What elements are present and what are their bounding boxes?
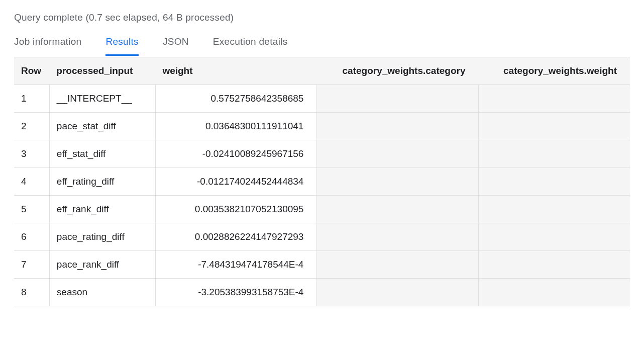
header-category-weights-category: category_weights.category — [317, 57, 479, 85]
cell-category-weights-weight — [479, 196, 630, 223]
cell-category-weights-category — [317, 196, 479, 223]
header-weight: weight — [155, 57, 317, 85]
table-row: 3eff_stat_diff-0.02410089245967156 — [14, 140, 630, 168]
cell-row: 6 — [14, 223, 49, 251]
cell-weight: 0.0035382107052130095 — [155, 196, 317, 223]
cell-category-weights-weight — [479, 223, 630, 251]
cell-row: 5 — [14, 196, 49, 223]
cell-processed-input: eff_rank_diff — [49, 196, 155, 223]
table-row: 5eff_rank_diff0.0035382107052130095 — [14, 196, 630, 223]
cell-category-weights-weight — [479, 140, 630, 168]
cell-category-weights-category — [317, 168, 479, 196]
table-row: 8season-3.205383993158753E-4 — [14, 279, 630, 306]
cell-category-weights-category — [317, 113, 479, 140]
cell-processed-input: pace_rating_diff — [49, 223, 155, 251]
cell-row: 1 — [14, 85, 49, 113]
table-row: 7pace_rank_diff-7.484319474178544E-4 — [14, 251, 630, 279]
cell-processed-input: pace_stat_diff — [49, 113, 155, 140]
cell-row: 7 — [14, 251, 49, 279]
cell-processed-input: eff_rating_diff — [49, 168, 155, 196]
cell-weight: -3.205383993158753E-4 — [155, 279, 317, 306]
cell-weight: 0.0028826224147927293 — [155, 223, 317, 251]
table-row: 4eff_rating_diff-0.012174024452444834 — [14, 168, 630, 196]
results-table-wrap: Row processed_input weight category_weig… — [14, 57, 630, 306]
cell-processed-input: pace_rank_diff — [49, 251, 155, 279]
query-status: Query complete (0.7 sec elapsed, 64 B pr… — [14, 12, 630, 23]
tab-job-information[interactable]: Job information — [14, 36, 81, 56]
cell-processed-input: season — [49, 279, 155, 306]
table-header-row: Row processed_input weight category_weig… — [14, 57, 630, 85]
cell-weight: -7.484319474178544E-4 — [155, 251, 317, 279]
table-row: 1__INTERCEPT__0.5752758642358685 — [14, 85, 630, 113]
results-table: Row processed_input weight category_weig… — [14, 57, 630, 306]
cell-row: 8 — [14, 279, 49, 306]
cell-category-weights-category — [317, 251, 479, 279]
cell-weight: -0.02410089245967156 — [155, 140, 317, 168]
tab-json[interactable]: JSON — [163, 36, 189, 56]
cell-processed-input: __INTERCEPT__ — [49, 85, 155, 113]
cell-category-weights-weight — [479, 251, 630, 279]
table-row: 2pace_stat_diff0.03648300111911041 — [14, 113, 630, 140]
tab-results[interactable]: Results — [105, 36, 138, 56]
header-row: Row — [14, 57, 49, 85]
cell-category-weights-weight — [479, 113, 630, 140]
cell-processed-input: eff_stat_diff — [49, 140, 155, 168]
cell-category-weights-category — [317, 140, 479, 168]
cell-category-weights-weight — [479, 168, 630, 196]
cell-category-weights-category — [317, 85, 479, 113]
header-category-weights-weight: category_weights.weight — [479, 57, 630, 85]
cell-category-weights-category — [317, 279, 479, 306]
table-row: 6pace_rating_diff0.0028826224147927293 — [14, 223, 630, 251]
tabs-bar: Job information Results JSON Execution d… — [14, 36, 630, 56]
tab-execution-details[interactable]: Execution details — [213, 36, 288, 56]
cell-weight: -0.012174024452444834 — [155, 168, 317, 196]
cell-row: 2 — [14, 113, 49, 140]
cell-row: 3 — [14, 140, 49, 168]
cell-category-weights-weight — [479, 279, 630, 306]
cell-weight: 0.03648300111911041 — [155, 113, 317, 140]
cell-row: 4 — [14, 168, 49, 196]
cell-category-weights-weight — [479, 85, 630, 113]
cell-category-weights-category — [317, 223, 479, 251]
header-processed-input: processed_input — [49, 57, 155, 85]
cell-weight: 0.5752758642358685 — [155, 85, 317, 113]
